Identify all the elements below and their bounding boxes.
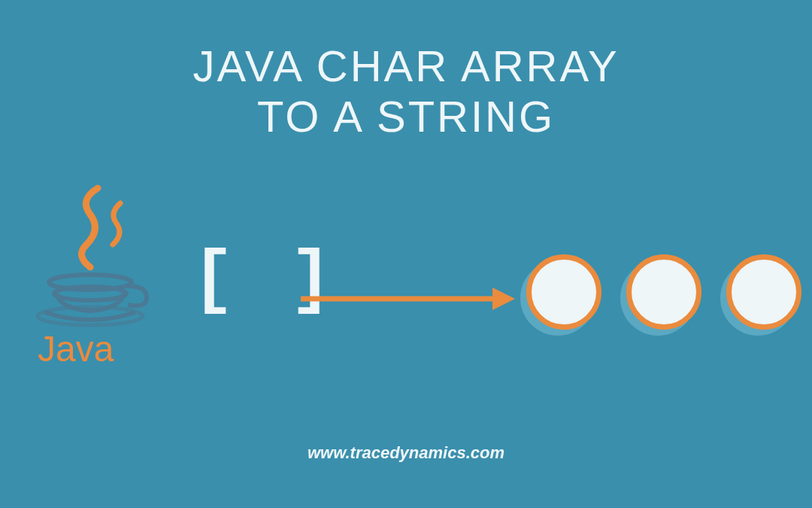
- svg-marker-4: [492, 287, 515, 310]
- footer-url: www.tracedynamics.com: [0, 443, 812, 463]
- arrow-right-icon: [297, 284, 515, 317]
- title-line-1: JAVA CHAR ARRAY: [0, 41, 812, 92]
- circle-item: [626, 254, 701, 330]
- string-circles: [526, 254, 801, 330]
- java-logo-icon: Java: [26, 177, 162, 373]
- circle-item: [526, 254, 601, 330]
- title-line-2: TO A STRING: [0, 92, 812, 142]
- java-logo-text: Java: [38, 329, 114, 369]
- page-title: JAVA CHAR ARRAY TO A STRING: [0, 0, 812, 141]
- circle-item: [726, 254, 801, 330]
- svg-point-1: [54, 287, 126, 300]
